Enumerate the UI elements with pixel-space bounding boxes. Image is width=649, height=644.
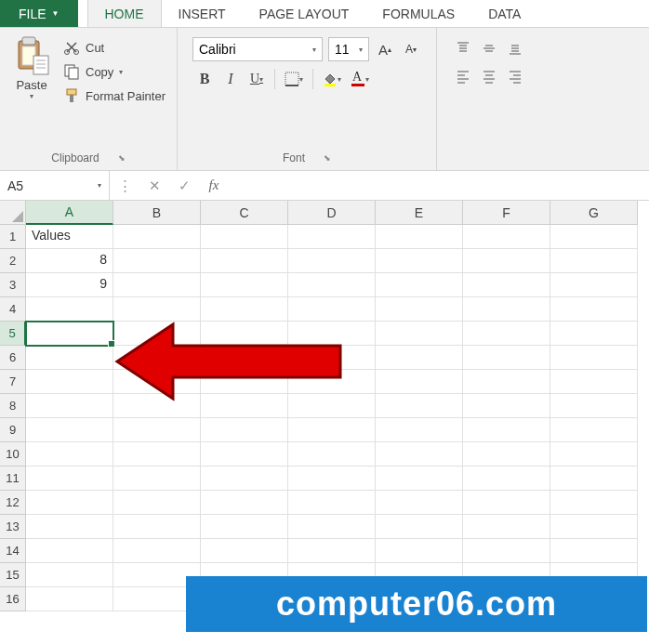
tab-page-layout[interactable]: PAGE LAYOUT	[243, 0, 366, 27]
row-header[interactable]: 7	[0, 370, 26, 394]
font-size-combo[interactable]: 11 ▾	[328, 37, 369, 61]
cell[interactable]	[463, 442, 550, 467]
cut-button[interactable]: Cut	[60, 37, 169, 58]
cell[interactable]	[376, 322, 463, 346]
cell[interactable]	[288, 370, 376, 394]
borders-button[interactable]: ▾	[281, 67, 307, 91]
menu-button[interactable]: ⋮	[110, 171, 139, 200]
col-header-a[interactable]: A	[26, 201, 113, 225]
insert-function-button[interactable]: fx	[199, 171, 229, 200]
cell[interactable]	[550, 467, 638, 491]
cell[interactable]	[201, 249, 288, 273]
cell[interactable]	[463, 346, 550, 370]
row-header[interactable]: 15	[0, 563, 26, 587]
row-header[interactable]: 5	[0, 322, 26, 346]
cell[interactable]	[463, 225, 550, 249]
cell[interactable]	[113, 225, 201, 249]
cell[interactable]	[201, 442, 288, 467]
cell[interactable]	[201, 297, 288, 322]
cell[interactable]	[463, 418, 550, 442]
cell[interactable]	[463, 539, 550, 563]
cell[interactable]	[113, 539, 201, 563]
tab-insert[interactable]: INSERT	[162, 0, 243, 27]
paste-button[interactable]: Paste ▾	[7, 32, 60, 150]
cell[interactable]	[376, 394, 463, 418]
cell[interactable]	[550, 418, 638, 442]
col-header-c[interactable]: C	[201, 201, 288, 225]
align-center-button[interactable]	[478, 65, 500, 87]
cell[interactable]	[288, 442, 376, 467]
cell[interactable]	[376, 515, 463, 539]
col-header-g[interactable]: G	[550, 201, 638, 225]
cell[interactable]	[288, 394, 376, 418]
cell[interactable]	[288, 225, 376, 249]
fill-color-button[interactable]: ▾	[319, 67, 345, 91]
italic-button[interactable]: I	[219, 67, 243, 91]
cell[interactable]	[201, 467, 288, 491]
cell[interactable]	[113, 467, 201, 491]
cell[interactable]	[550, 491, 638, 515]
row-header[interactable]: 4	[0, 297, 26, 322]
cell[interactable]	[113, 418, 201, 442]
align-middle-button[interactable]	[478, 37, 500, 59]
cell[interactable]	[26, 587, 113, 611]
font-color-button[interactable]: A ▾	[347, 67, 373, 91]
tab-home[interactable]: HOME	[87, 0, 162, 27]
cell[interactable]	[288, 491, 376, 515]
cell-a5[interactable]	[26, 322, 113, 346]
font-name-combo[interactable]: Calibri ▾	[192, 37, 323, 61]
cell[interactable]	[463, 249, 550, 273]
tab-file[interactable]: FILE ▼	[0, 0, 78, 27]
cell[interactable]	[113, 491, 201, 515]
cell[interactable]	[550, 539, 638, 563]
cell[interactable]	[463, 273, 550, 297]
cell[interactable]	[288, 418, 376, 442]
cell[interactable]	[113, 346, 201, 370]
select-all-button[interactable]	[0, 201, 26, 225]
cell[interactable]	[376, 467, 463, 491]
increase-font-button[interactable]: A▴	[375, 37, 395, 61]
cell[interactable]	[376, 491, 463, 515]
name-box[interactable]: A5 ▾	[0, 171, 110, 200]
cell-a3[interactable]: 9	[26, 273, 113, 297]
cell[interactable]	[550, 322, 638, 346]
cell[interactable]	[201, 225, 288, 249]
row-header[interactable]: 16	[0, 587, 26, 611]
cell[interactable]	[26, 418, 113, 442]
cell[interactable]	[463, 394, 550, 418]
cell[interactable]	[288, 539, 376, 563]
cell[interactable]	[113, 515, 201, 539]
col-header-d[interactable]: D	[288, 201, 376, 225]
row-header[interactable]: 1	[0, 225, 26, 249]
cell[interactable]	[463, 322, 550, 346]
cell[interactable]	[113, 322, 201, 346]
cell[interactable]	[550, 225, 638, 249]
format-painter-button[interactable]: Format Painter	[60, 85, 169, 106]
confirm-edit-button[interactable]: ✓	[169, 171, 199, 200]
cell[interactable]	[288, 273, 376, 297]
row-header[interactable]: 3	[0, 273, 26, 297]
cell[interactable]	[26, 491, 113, 515]
col-header-b[interactable]: B	[113, 201, 201, 225]
row-header[interactable]: 6	[0, 346, 26, 370]
cell[interactable]	[201, 370, 288, 394]
cell[interactable]	[26, 515, 113, 539]
cell[interactable]	[376, 370, 463, 394]
cell[interactable]	[113, 297, 201, 322]
cell-a2[interactable]: 8	[26, 249, 113, 273]
cell[interactable]	[288, 515, 376, 539]
cell[interactable]	[463, 515, 550, 539]
cell[interactable]	[288, 467, 376, 491]
cell[interactable]	[201, 273, 288, 297]
cell[interactable]	[550, 249, 638, 273]
cell[interactable]	[376, 418, 463, 442]
row-header[interactable]: 10	[0, 442, 26, 467]
row-header[interactable]: 8	[0, 394, 26, 418]
bold-button[interactable]: B	[192, 67, 217, 91]
row-header[interactable]: 9	[0, 418, 26, 442]
cell[interactable]	[550, 346, 638, 370]
cell[interactable]	[463, 491, 550, 515]
cell[interactable]	[463, 370, 550, 394]
tab-data[interactable]: DATA	[471, 0, 537, 27]
cell[interactable]	[288, 249, 376, 273]
